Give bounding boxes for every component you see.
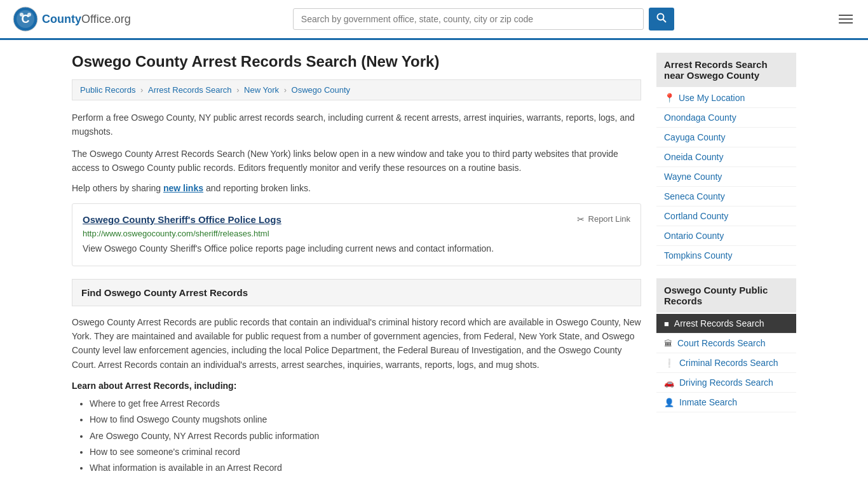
- seneca-link[interactable]: Seneca County: [664, 191, 725, 201]
- resource-description: View Oswego County Sheriff's Office poli…: [83, 242, 630, 255]
- resource-card: Oswego County Sheriff's Office Police Lo…: [72, 203, 641, 266]
- breadcrumb-oswego-county[interactable]: Oswego County: [292, 85, 351, 95]
- sidebar-county-oneida[interactable]: Oneida County: [656, 147, 796, 167]
- find-section-title: Find Oswego County Arrest Records: [81, 287, 632, 298]
- menu-line: [839, 15, 853, 16]
- inmate-search-link[interactable]: Inmate Search: [679, 397, 737, 407]
- sidebar: Arrest Records Search near Oswego County…: [656, 53, 796, 476]
- nearby-header: Arrest Records Search near Oswego County: [656, 53, 796, 87]
- sidebar-county-onondaga[interactable]: Onondaga County: [656, 108, 796, 128]
- menu-line: [839, 18, 853, 20]
- find-section-header: Find Oswego County Arrest Records: [72, 279, 641, 306]
- sidebar-item-arrest-records[interactable]: ■ Arrest Records Search: [656, 314, 796, 334]
- list-item: Where to get free Arrest Records: [90, 396, 641, 412]
- search-input[interactable]: [293, 8, 644, 30]
- public-records-section: Oswego County Public Records ■ Arrest Re…: [656, 278, 796, 412]
- inmate-search-icon: 👤: [664, 398, 674, 407]
- onondaga-link[interactable]: Onondaga County: [664, 112, 736, 123]
- svg-line-6: [663, 20, 666, 23]
- sidebar-item-criminal-records[interactable]: ❕ Criminal Records Search: [656, 353, 796, 373]
- list-item: How to see someone's criminal record: [90, 444, 641, 460]
- use-location-link[interactable]: Use My Location: [679, 93, 745, 103]
- sidebar-item-inmate-search[interactable]: 👤 Inmate Search: [656, 393, 796, 412]
- sidebar-county-tompkins[interactable]: Tompkins County: [656, 246, 796, 266]
- tompkins-link[interactable]: Tompkins County: [664, 250, 732, 261]
- svg-point-3: [20, 13, 24, 17]
- page-title: Oswego County Arrest Records Search (New…: [72, 53, 641, 71]
- use-location[interactable]: 📍 Use My Location: [656, 88, 796, 108]
- sidebar-county-cortland[interactable]: Cortland County: [656, 207, 796, 226]
- cayuga-link[interactable]: Cayuga County: [664, 132, 726, 142]
- bullet-list: Where to get free Arrest Records How to …: [90, 396, 641, 476]
- public-records-header: Oswego County Public Records: [656, 278, 796, 313]
- menu-line: [839, 22, 853, 24]
- resource-header: Oswego County Sheriff's Office Police Lo…: [83, 214, 630, 225]
- site-header: C CountyOffice.org: [0, 0, 868, 40]
- resource-title-link[interactable]: Oswego County Sheriff's Office Police Lo…: [83, 214, 281, 225]
- share-text: Help others by sharing new links and rep…: [72, 183, 641, 193]
- svg-point-5: [657, 14, 663, 20]
- breadcrumb-new-york[interactable]: New York: [244, 85, 279, 95]
- oneida-link[interactable]: Oneida County: [664, 152, 723, 162]
- svg-point-4: [27, 13, 31, 17]
- menu-button[interactable]: [836, 12, 855, 26]
- sidebar-item-court-records[interactable]: 🏛 Court Records Search: [656, 334, 796, 353]
- court-records-icon: 🏛: [664, 339, 672, 348]
- list-item: What information is available in an Arre…: [90, 460, 641, 476]
- search-icon: [656, 13, 667, 23]
- sidebar-county-seneca[interactable]: Seneca County: [656, 187, 796, 207]
- scissors-icon: ✂: [577, 214, 585, 224]
- learn-title: Learn about Arrest Records, including:: [72, 381, 641, 391]
- wayne-link[interactable]: Wayne County: [664, 172, 722, 182]
- content-area: Oswego County Arrest Records Search (New…: [72, 53, 641, 476]
- resource-url[interactable]: http://www.oswegocounty.com/sheriff/rele…: [83, 229, 630, 238]
- breadcrumb: Public Records › Arrest Records Search ›…: [72, 79, 641, 100]
- ontario-link[interactable]: Ontario County: [664, 231, 724, 241]
- sidebar-county-cayuga[interactable]: Cayuga County: [656, 128, 796, 147]
- report-link[interactable]: ✂ Report Link: [577, 214, 630, 224]
- arrest-records-icon: ■: [664, 319, 669, 329]
- logo-icon: C: [13, 6, 38, 32]
- sidebar-county-ontario[interactable]: Ontario County: [656, 226, 796, 246]
- criminal-records-icon: ❕: [664, 358, 674, 368]
- intro-text-2: The Oswego County Arrest Records Search …: [72, 147, 641, 175]
- main-container: Oswego County Arrest Records Search (New…: [59, 40, 809, 488]
- sidebar-county-wayne[interactable]: Wayne County: [656, 167, 796, 187]
- breadcrumb-arrest-records[interactable]: Arrest Records Search: [148, 85, 232, 95]
- logo-text: CountyOffice.org: [42, 13, 131, 26]
- report-link-label: Report Link: [588, 214, 630, 224]
- driving-records-link[interactable]: Driving Records Search: [679, 377, 773, 388]
- search-area: [293, 8, 674, 30]
- driving-records-icon: 🚗: [664, 378, 674, 388]
- criminal-records-link[interactable]: Criminal Records Search: [679, 358, 778, 368]
- nearby-section: Arrest Records Search near Oswego County…: [656, 53, 796, 266]
- court-records-link[interactable]: Court Records Search: [677, 338, 766, 348]
- find-section-body: Oswego County Arrest Records are public …: [72, 315, 641, 372]
- breadcrumb-public-records[interactable]: Public Records: [80, 85, 135, 95]
- sidebar-item-driving-records[interactable]: 🚗 Driving Records Search: [656, 373, 796, 393]
- list-item: Are Oswego County, NY Arrest Records pub…: [90, 428, 641, 444]
- new-links-link[interactable]: new links: [163, 183, 203, 193]
- logo[interactable]: C CountyOffice.org: [13, 6, 131, 32]
- intro-text-1: Perform a free Oswego County, NY public …: [72, 111, 641, 139]
- location-pin-icon: 📍: [664, 93, 675, 103]
- list-item: How to find Oswego County mugshots onlin…: [90, 412, 641, 428]
- cortland-link[interactable]: Cortland County: [664, 211, 728, 221]
- search-button[interactable]: [649, 8, 674, 30]
- arrest-records-link[interactable]: Arrest Records Search: [674, 318, 764, 329]
